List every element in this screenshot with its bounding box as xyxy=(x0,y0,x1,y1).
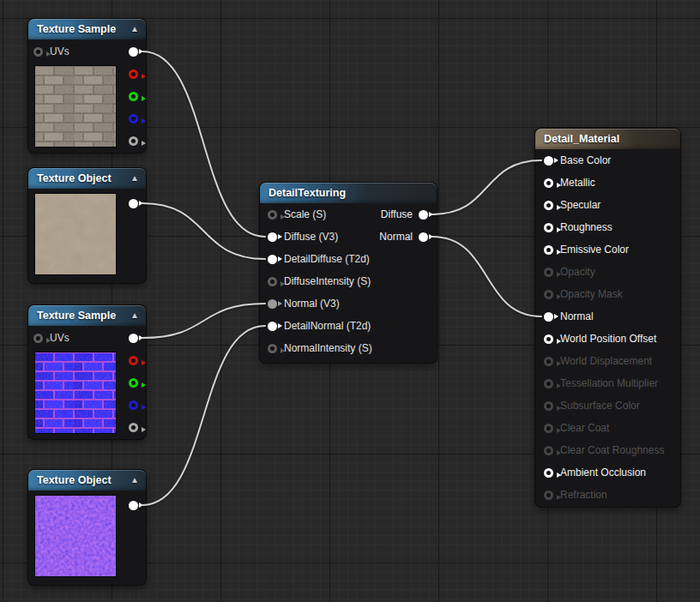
pin-row: Normal xyxy=(379,226,428,248)
node-texture-object-2[interactable]: Texture Object ▲ xyxy=(28,470,146,585)
output-pin-a[interactable] xyxy=(129,423,138,432)
pin-label: DiffuseIntensity (S) xyxy=(284,275,371,287)
output-pin-rgb[interactable] xyxy=(129,47,138,57)
pin-label: DetailNormal (T2d) xyxy=(284,320,371,332)
node-title: Texture Sample xyxy=(37,310,116,322)
node-title-bar[interactable]: DetailTexturing xyxy=(260,183,437,203)
output-pin-diffuse[interactable] xyxy=(419,210,428,220)
collapse-arrow-icon[interactable]: ▲ xyxy=(130,174,139,183)
input-pin-uvs[interactable] xyxy=(33,334,43,343)
input-pin-clear-coat-roughness[interactable] xyxy=(544,446,553,455)
input-pin-specular[interactable] xyxy=(544,201,553,210)
pin-label: Tessellation Multiplier xyxy=(560,377,658,389)
input-pin-roughness[interactable] xyxy=(544,223,553,232)
node-title-bar[interactable]: Texture Sample ▲ xyxy=(28,305,146,326)
input-pin-normal-intensity[interactable] xyxy=(268,344,277,353)
output-pin-a[interactable] xyxy=(129,136,138,146)
pin-label: Clear Coat xyxy=(560,422,609,434)
pin-row: Refraction xyxy=(535,484,680,506)
output-pin[interactable] xyxy=(129,501,138,510)
input-pin-normal[interactable] xyxy=(544,312,553,322)
collapse-arrow-icon[interactable]: ▲ xyxy=(130,476,139,485)
texture-preview-noise-normal-map xyxy=(35,496,116,576)
pin-row: Tessellation Multiplier xyxy=(535,372,680,394)
pin-row: DiffuseIntensity (S) xyxy=(260,270,437,292)
output-pin-r[interactable] xyxy=(129,356,138,365)
input-pin-diffuse-v3[interactable] xyxy=(268,232,277,242)
node-title: Detail_Material xyxy=(544,133,619,145)
pin-label: Metallic xyxy=(560,177,595,189)
input-pin-subsurface-color[interactable] xyxy=(544,401,553,411)
input-pin-base-color[interactable] xyxy=(544,156,553,166)
pin-row: Base Color xyxy=(535,149,680,172)
collapse-arrow-icon[interactable]: ▲ xyxy=(130,25,139,33)
pin-label: Base Color xyxy=(560,154,611,166)
texture-preview-tan-diffuse xyxy=(35,194,116,274)
node-title: DetailTexturing xyxy=(269,187,346,199)
output-pin-g[interactable] xyxy=(129,92,138,101)
input-pin-refraction[interactable] xyxy=(544,491,553,500)
pin-label: Diffuse xyxy=(381,208,413,220)
pin-label: Ambient Occlusion xyxy=(560,467,646,479)
pin-label: UVs xyxy=(50,45,69,57)
pin-label: Opacity xyxy=(560,266,595,278)
node-texture-object-1[interactable]: Texture Object ▲ xyxy=(28,168,146,283)
input-pin-world-position-offset[interactable] xyxy=(544,334,553,344)
output-pin-r[interactable] xyxy=(129,69,138,79)
pin-row: World Position Offset xyxy=(535,328,680,350)
pin-label: Roughness xyxy=(560,221,612,233)
output-pin-normal[interactable] xyxy=(419,232,428,242)
input-pin-normal-v3[interactable] xyxy=(268,299,277,309)
input-pin-opacity[interactable] xyxy=(544,268,553,277)
pin-label: NormalIntensity (S) xyxy=(284,342,372,354)
node-detail-texturing[interactable]: DetailTexturing Scale (S) Diffuse (V3) D… xyxy=(260,183,437,363)
input-pin-scale[interactable] xyxy=(268,210,277,220)
input-pin-opacity-mask[interactable] xyxy=(544,290,553,299)
material-graph-canvas[interactable]: Texture Sample ▲ UVs Texture Object ▲ xyxy=(0,0,700,602)
pin-label: Normal xyxy=(560,310,594,322)
input-pin-detail-diffuse[interactable] xyxy=(268,255,277,264)
pin-row: Normal xyxy=(535,305,680,328)
input-pin-ambient-occlusion[interactable] xyxy=(544,468,553,478)
node-title-bar[interactable]: Texture Object ▲ xyxy=(28,168,146,189)
node-title: Texture Sample xyxy=(37,23,116,35)
input-pin-diffuse-intensity[interactable] xyxy=(268,277,277,286)
input-pin-emissive-color[interactable] xyxy=(544,245,553,255)
pin-label: Opacity Mask xyxy=(560,288,623,300)
collapse-arrow-icon[interactable]: ▲ xyxy=(130,311,139,320)
node-texture-sample-1[interactable]: Texture Sample ▲ UVs xyxy=(28,19,146,153)
pin-row: DetailNormal (T2d) xyxy=(260,315,437,337)
pin-label: Subsurface Color xyxy=(560,400,640,412)
node-title: Texture Object xyxy=(37,474,112,486)
pin-row: Diffuse xyxy=(381,203,428,226)
output-pin[interactable] xyxy=(129,199,138,208)
input-pin-uvs[interactable] xyxy=(33,47,43,57)
pin-label: Scale (S) xyxy=(284,208,326,220)
pin-label: Specular xyxy=(560,199,600,211)
output-pin-rgb[interactable] xyxy=(129,334,138,343)
node-detail-material[interactable]: Detail_Material Base Color Metallic Spec… xyxy=(535,129,680,507)
pin-row: Emissive Color xyxy=(535,238,680,261)
pin-label: Clear Coat Roughness xyxy=(560,444,664,456)
pin-label: World Displacement xyxy=(560,355,652,367)
node-texture-sample-2[interactable]: Texture Sample ▲ UVs xyxy=(28,305,146,439)
pin-label: Refraction xyxy=(560,489,607,501)
input-pin-clear-coat[interactable] xyxy=(544,424,553,433)
node-title-bar[interactable]: Texture Object ▲ xyxy=(28,470,146,491)
output-pin-g[interactable] xyxy=(129,378,138,388)
input-pin-detail-normal[interactable] xyxy=(268,322,277,331)
node-title: Texture Object xyxy=(37,172,112,184)
pin-label: World Position Offset xyxy=(560,333,656,345)
output-pin-b[interactable] xyxy=(129,400,138,410)
output-pin-b[interactable] xyxy=(129,114,138,123)
pin-row: Subsurface Color xyxy=(535,394,680,417)
input-pin-tessellation-multiplier[interactable] xyxy=(544,379,553,388)
pin-row: Clear Coat Roughness xyxy=(535,439,680,461)
node-title-bar[interactable]: Texture Sample ▲ xyxy=(28,19,146,39)
pin-row: Metallic xyxy=(535,172,680,194)
pin-label: DetailDiffuse (T2d) xyxy=(284,253,370,265)
input-pin-world-displacement[interactable] xyxy=(544,357,553,366)
node-title-bar[interactable]: Detail_Material xyxy=(535,129,680,149)
texture-preview-brick-normal-map xyxy=(35,352,116,433)
input-pin-metallic[interactable] xyxy=(544,178,553,188)
